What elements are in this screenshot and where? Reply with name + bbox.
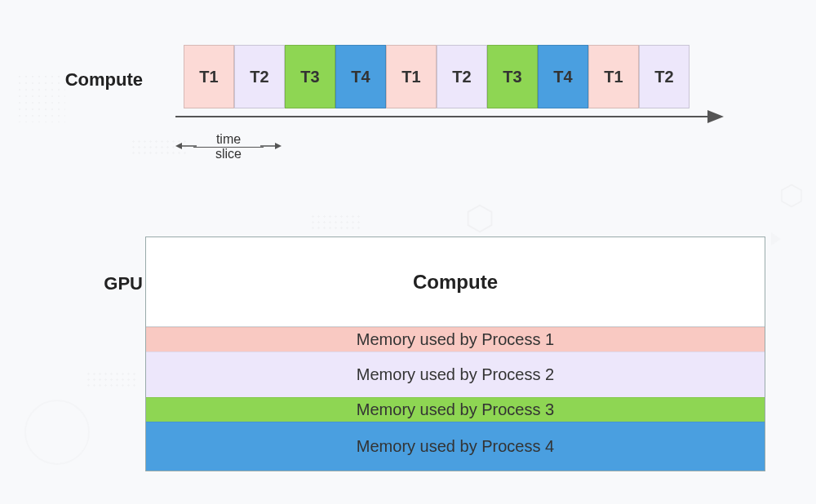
timeline-slot: T1 (588, 45, 639, 108)
svg-marker-0 (468, 206, 492, 232)
arrow-right-icon (260, 141, 282, 151)
timeline-slot: T4 (335, 45, 386, 108)
gpu-row-label: GPU (45, 273, 143, 294)
timeline-slot: T3 (487, 45, 538, 108)
time-slice-text-top: time (216, 132, 241, 147)
bg-dot-grid (86, 371, 139, 387)
timeline-slots: T1 T2 T3 T4 T1 T2 T3 T4 T1 T2 (184, 45, 722, 108)
gpu-memory-row: Memory used by Process 3 (146, 397, 765, 422)
compute-row-label: Compute (45, 69, 143, 91)
compute-timeline: T1 T2 T3 T4 T1 T2 T3 T4 T1 T2 time slice (184, 45, 722, 122)
time-slice-text-bottom: slice (215, 147, 242, 161)
bg-hexagon (465, 204, 494, 233)
timeline-slot: T2 (639, 45, 690, 108)
timeline-slot: T1 (386, 45, 437, 108)
divider (193, 147, 264, 148)
timeline-slot: T3 (285, 45, 335, 108)
svg-marker-5 (175, 143, 182, 149)
svg-marker-1 (782, 185, 801, 207)
arrow-left-icon (175, 141, 197, 151)
timeline-slot: T1 (184, 45, 234, 108)
svg-marker-7 (275, 143, 282, 149)
gpu-compute-region: Compute (146, 237, 765, 327)
timeline-slot: T4 (538, 45, 588, 108)
gpu-box: Compute Memory used by Process 1 Memory … (145, 237, 765, 471)
bg-circle (24, 400, 90, 465)
timeline-slot: T2 (234, 45, 285, 108)
bg-triangle (771, 232, 781, 245)
svg-marker-3 (707, 110, 724, 123)
gpu-memory-row: Memory used by Process 4 (146, 422, 765, 471)
bg-dot-grid (310, 214, 363, 230)
timeline-arrow-icon (175, 108, 724, 125)
timeline-slot: T2 (437, 45, 487, 108)
bg-hexagon (779, 183, 804, 208)
gpu-memory-row: Memory used by Process 2 (146, 351, 765, 397)
gpu-memory-row: Memory used by Process 1 (146, 327, 765, 351)
time-slice-annotation: time slice (184, 132, 273, 161)
